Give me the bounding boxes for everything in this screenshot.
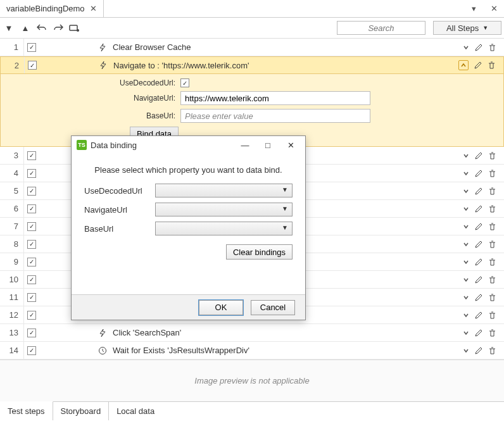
tab-local-data[interactable]: Local data — [109, 402, 162, 420]
step-enabled-checkbox[interactable]: ✓ — [27, 43, 36, 52]
delete-icon[interactable] — [488, 346, 496, 355]
tab-storyboard[interactable]: Storyboard — [53, 402, 110, 420]
expand-icon[interactable] — [463, 44, 469, 51]
minimize-icon[interactable]: — — [236, 141, 255, 150]
step-enabled-checkbox[interactable]: ✓ — [27, 240, 36, 249]
delete-icon[interactable] — [488, 61, 496, 70]
record-icon[interactable] — [68, 22, 81, 34]
expand-icon[interactable] — [463, 153, 469, 159]
expand-icon[interactable] — [463, 277, 469, 283]
edit-icon[interactable] — [474, 240, 483, 249]
maximize-icon[interactable]: □ — [258, 141, 277, 150]
step-enabled-checkbox[interactable]: ✓ — [28, 61, 37, 70]
prop-label-baseurl: BaseUrl — [84, 224, 155, 234]
preview-text: Image preview is not applicable — [194, 376, 309, 385]
step-enabled-checkbox[interactable]: ✓ — [27, 151, 36, 160]
app-icon: TS — [77, 140, 87, 150]
expand-icon[interactable] — [463, 348, 469, 354]
step-label: Clear Browser Cache — [110, 42, 455, 52]
step-enabled-checkbox[interactable]: ✓ — [27, 187, 36, 196]
edit-icon[interactable] — [474, 311, 483, 320]
combo-usedecodedurl[interactable] — [155, 184, 293, 197]
close-tab-icon[interactable]: ✕ — [90, 4, 97, 13]
step-number: 12 — [0, 306, 24, 323]
step-enabled-checkbox[interactable]: ✓ — [27, 311, 36, 320]
step-enabled-checkbox[interactable]: ✓ — [27, 293, 36, 302]
move-up-icon[interactable]: ▲ — [19, 22, 32, 34]
undo-icon[interactable] — [35, 22, 48, 34]
edit-icon[interactable] — [474, 275, 483, 284]
delete-icon[interactable] — [488, 151, 496, 160]
step-type-icon — [95, 329, 110, 337]
step-row[interactable]: 13✓Click 'SearchSpan' — [0, 324, 504, 342]
image-preview-area: Image preview is not applicable — [0, 360, 504, 401]
expand-icon[interactable] — [463, 312, 469, 318]
step-number: 8 — [0, 235, 24, 253]
delete-icon[interactable] — [488, 187, 496, 196]
tab-test-steps[interactable]: Test steps — [0, 401, 53, 420]
expand-icon[interactable] — [463, 241, 469, 247]
edit-icon[interactable] — [474, 293, 483, 302]
dock-icon[interactable]: ▾ — [463, 0, 484, 17]
clear-bindings-button[interactable]: Clear bindings — [226, 244, 293, 260]
baseurl-input[interactable] — [180, 109, 370, 123]
document-tab[interactable]: variableBindingDemo ✕ — [0, 0, 104, 17]
close-panel-icon[interactable]: ✕ — [484, 0, 504, 17]
step-number: 4 — [0, 165, 24, 182]
navigateurl-input[interactable] — [180, 91, 370, 105]
step-row[interactable]: 14✓Wait for Exists 'JsResultsWrapperDiv' — [0, 342, 504, 360]
step-enabled-checkbox[interactable]: ✓ — [27, 329, 36, 337]
edit-icon[interactable] — [474, 61, 482, 70]
delete-icon[interactable] — [488, 222, 496, 231]
expand-icon[interactable] — [463, 330, 469, 336]
step-row[interactable]: 2✓Navigate to : 'https://www.telerik.com… — [0, 56, 504, 74]
step-label: Wait for Exists 'JsResultsWrapperDiv' — [110, 346, 455, 355]
step-enabled-checkbox[interactable]: ✓ — [27, 346, 36, 355]
expand-icon[interactable] — [463, 170, 469, 177]
step-number: 10 — [0, 271, 24, 288]
document-tabbar: variableBindingDemo ✕ ▾ ✕ — [0, 0, 504, 18]
close-icon[interactable]: ✕ — [281, 141, 300, 150]
delete-icon[interactable] — [488, 258, 496, 266]
delete-icon[interactable] — [488, 204, 496, 213]
delete-icon[interactable] — [488, 329, 496, 337]
combo-navigateurl[interactable] — [155, 203, 293, 216]
collapse-icon[interactable] — [458, 60, 469, 70]
step-type-icon — [96, 61, 111, 70]
step-row[interactable]: 1✓Clear Browser Cache — [0, 39, 504, 56]
expand-icon[interactable] — [463, 223, 469, 230]
expand-icon[interactable] — [463, 259, 469, 265]
delete-icon[interactable] — [488, 311, 496, 320]
redo-icon[interactable] — [52, 22, 65, 34]
search-input[interactable] — [337, 21, 425, 35]
edit-icon[interactable] — [474, 187, 483, 196]
delete-icon[interactable] — [488, 169, 496, 178]
cancel-button[interactable]: Cancel — [251, 300, 295, 315]
edit-icon[interactable] — [474, 151, 483, 160]
steps-filter-dropdown[interactable]: All Steps ▼ — [433, 21, 501, 35]
step-enabled-checkbox[interactable]: ✓ — [27, 222, 36, 231]
chevron-down-icon: ▼ — [482, 25, 488, 31]
ok-button[interactable]: OK — [199, 300, 243, 315]
step-enabled-checkbox[interactable]: ✓ — [27, 258, 36, 266]
step-enabled-checkbox[interactable]: ✓ — [27, 275, 36, 284]
delete-icon[interactable] — [488, 275, 496, 284]
step-enabled-checkbox[interactable]: ✓ — [27, 169, 36, 178]
edit-icon[interactable] — [474, 258, 483, 266]
edit-icon[interactable] — [474, 169, 483, 178]
combo-baseurl[interactable] — [155, 222, 293, 235]
edit-icon[interactable] — [474, 222, 483, 231]
chevron-down-icon[interactable]: ▼ — [3, 22, 15, 34]
expand-icon[interactable] — [463, 206, 469, 212]
usedecodedurl-checkbox[interactable]: ✓ — [180, 78, 189, 87]
edit-icon[interactable] — [474, 329, 483, 337]
edit-icon[interactable] — [474, 346, 483, 355]
expand-icon[interactable] — [463, 188, 469, 194]
expand-icon[interactable] — [463, 294, 469, 301]
delete-icon[interactable] — [488, 43, 496, 52]
edit-icon[interactable] — [474, 43, 483, 52]
delete-icon[interactable] — [488, 293, 496, 302]
step-enabled-checkbox[interactable]: ✓ — [27, 204, 36, 213]
delete-icon[interactable] — [488, 240, 496, 249]
edit-icon[interactable] — [474, 204, 483, 213]
